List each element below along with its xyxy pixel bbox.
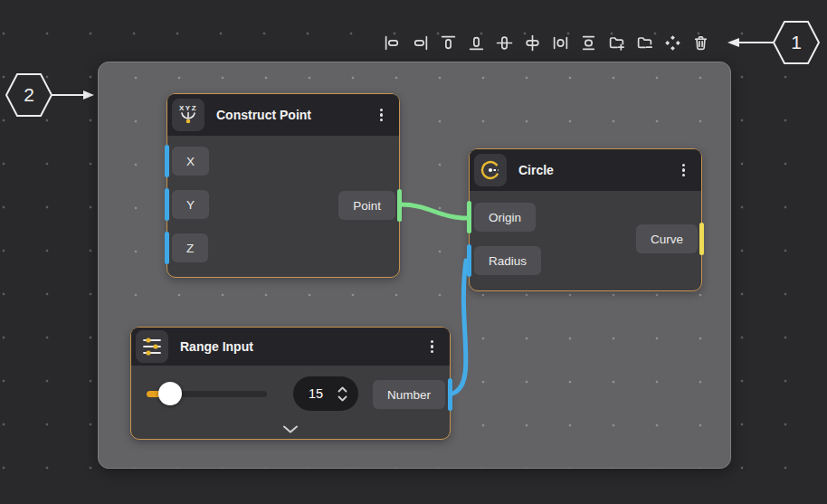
number-stepper[interactable]: 15	[293, 376, 358, 411]
svg-text:XYZ: XYZ	[179, 104, 197, 112]
node-menu-button[interactable]	[376, 105, 386, 126]
output-port-point[interactable]: Point	[338, 191, 395, 220]
callout-2-badge: 2	[4, 71, 54, 119]
node-circle[interactable]: Circle Origin Radius Curve	[469, 148, 702, 291]
align-top-button[interactable]	[437, 30, 459, 55]
delete-button[interactable]	[689, 30, 711, 55]
ungroup-icon	[636, 34, 653, 52]
node-title: Range Input	[180, 339, 427, 354]
node-construct-point[interactable]: XYZ Construct Point X Y Z Point	[166, 93, 400, 278]
distribute-horizontal-button[interactable]	[549, 30, 571, 55]
input-port-z[interactable]: Z	[172, 233, 208, 262]
align-right-icon	[412, 34, 429, 52]
port-z[interactable]	[165, 232, 169, 264]
node-menu-button[interactable]	[427, 337, 437, 357]
output-port-number[interactable]: Number	[373, 380, 445, 409]
align-center-horizontal-button[interactable]	[493, 30, 515, 55]
align-top-icon	[440, 34, 457, 52]
stepper-down-icon[interactable]	[337, 395, 347, 402]
align-left-button[interactable]	[381, 30, 403, 55]
range-slider-thumb[interactable]	[158, 382, 182, 405]
input-port-y[interactable]: Y	[172, 190, 209, 219]
port-x[interactable]	[165, 145, 169, 177]
output-port-curve[interactable]: Curve	[636, 224, 698, 253]
node-title: Circle	[518, 163, 679, 177]
arrange-icon	[664, 34, 681, 52]
stepper-up-icon[interactable]	[337, 386, 347, 393]
node-editor-screen: 1 2 XYZ Construct Point	[0, 0, 827, 504]
toolbar	[381, 30, 711, 55]
align-right-button[interactable]	[409, 30, 431, 55]
input-port-radius[interactable]: Radius	[474, 246, 541, 275]
distribute-vertical-button[interactable]	[577, 30, 599, 55]
align-center-vertical-button[interactable]	[521, 30, 543, 55]
align-bottom-icon	[468, 34, 485, 52]
distribute-horizontal-icon	[552, 34, 569, 52]
stepper-value[interactable]: 15	[309, 386, 337, 401]
arrange-button[interactable]	[661, 30, 683, 55]
trash-icon	[692, 34, 709, 52]
align-left-icon	[384, 34, 401, 52]
node-range-input[interactable]: Range Input 15 Number	[130, 327, 451, 440]
expand-chevron-down-icon[interactable]	[280, 423, 300, 435]
node-circle-header[interactable]: Circle	[470, 149, 701, 191]
node-range-input-header[interactable]: Range Input	[131, 328, 450, 366]
sliders-icon	[136, 330, 168, 363]
xyz-point-icon: XYZ	[172, 99, 204, 131]
callout-2-number: 2	[4, 71, 54, 119]
callout-1-number: 1	[771, 19, 822, 66]
node-title: Construct Point	[216, 108, 376, 122]
ungroup-button[interactable]	[633, 30, 655, 55]
graph-canvas[interactable]: XYZ Construct Point X Y Z Point	[98, 62, 731, 469]
callout-2-arrow	[52, 89, 95, 101]
group-icon	[608, 34, 625, 52]
input-port-x[interactable]: X	[172, 147, 209, 176]
wire-point-to-origin[interactable]	[401, 204, 467, 218]
align-center-vertical-icon	[524, 34, 541, 52]
port-y[interactable]	[165, 188, 169, 221]
callout-1-badge: 1	[771, 19, 822, 66]
callout-1-arrow	[727, 36, 774, 49]
group-button[interactable]	[605, 30, 627, 55]
wire-number-to-radius[interactable]	[452, 261, 466, 394]
distribute-vertical-icon	[580, 34, 597, 52]
circle-icon	[474, 154, 507, 186]
node-menu-button[interactable]	[679, 160, 689, 181]
port-curve[interactable]	[699, 223, 704, 255]
node-construct-point-header[interactable]: XYZ Construct Point	[167, 94, 399, 136]
input-port-origin[interactable]: Origin	[474, 203, 536, 232]
align-center-horizontal-icon	[496, 34, 513, 52]
align-bottom-button[interactable]	[465, 30, 487, 55]
